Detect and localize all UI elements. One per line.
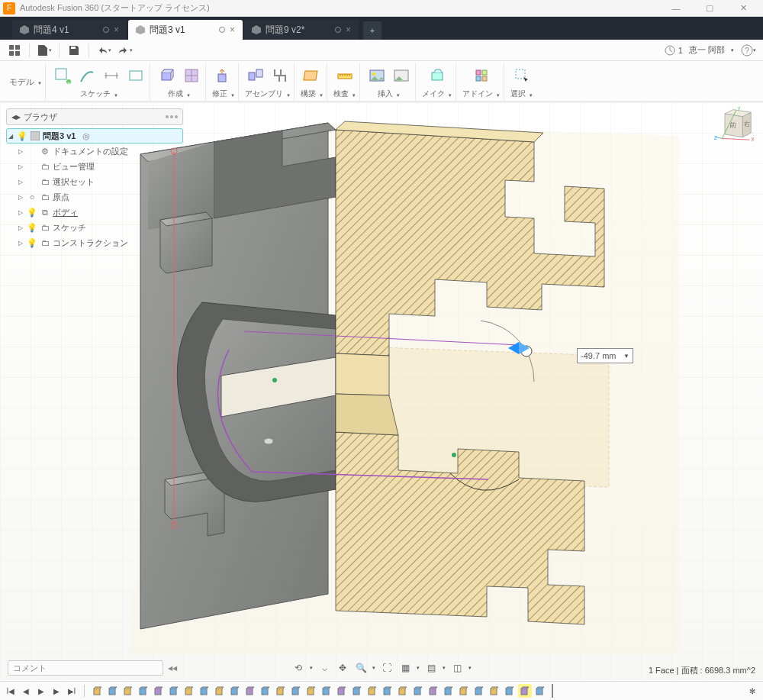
tab-close-button[interactable]: × — [346, 24, 351, 35]
timeline-feature[interactable] — [365, 684, 379, 698]
timeline-feature[interactable] — [472, 684, 486, 698]
inspect-group-label[interactable]: 検査 — [333, 89, 356, 99]
timeline-feature[interactable] — [533, 684, 547, 698]
timeline-end-button[interactable]: ▶I — [66, 685, 78, 697]
tab-close-button[interactable]: × — [114, 24, 119, 35]
help-button[interactable]: ?▾ — [740, 42, 757, 59]
timeline-feature[interactable] — [137, 684, 150, 698]
timeline-feature[interactable] — [152, 684, 166, 698]
line-button[interactable] — [76, 65, 98, 86]
lightbulb-icon[interactable]: 💡 — [17, 131, 27, 141]
tree-root[interactable]: ◢ 💡 問題3 v1 ◎ — [6, 128, 183, 144]
tree-item[interactable]: ▷🗀選択セット — [6, 174, 183, 189]
dimension-button[interactable] — [101, 65, 122, 86]
lightbulb-icon[interactable]: 💡 — [27, 207, 37, 218]
form-button[interactable] — [181, 65, 202, 86]
timeline-feature[interactable] — [304, 684, 318, 698]
addins-group-label[interactable]: アドイン — [462, 89, 501, 99]
timeline-feature[interactable] — [335, 684, 349, 698]
redo-button[interactable]: ▾ — [117, 42, 134, 59]
tree-item[interactable]: ▷○🗀原点 — [6, 189, 183, 205]
timeline-settings-button[interactable]: ✻ — [746, 685, 758, 697]
insert-group-label[interactable]: 挿入 — [378, 89, 401, 99]
construct-plane-button[interactable] — [301, 65, 323, 86]
expand-icon[interactable]: ◀◀ — [168, 665, 177, 672]
pan-button[interactable]: ✥ — [336, 661, 349, 675]
chevron-icon[interactable]: ▷ — [17, 208, 24, 216]
timeline-feature[interactable] — [213, 684, 227, 698]
lightbulb-icon[interactable]: 💡 — [27, 222, 37, 233]
timeline-feature[interactable] — [381, 684, 394, 698]
timeline-feature[interactable] — [106, 684, 120, 698]
new-component-button[interactable] — [245, 65, 266, 86]
timeline-feature[interactable] — [488, 684, 501, 698]
timeline-feature[interactable] — [182, 684, 196, 698]
timeline-start-button[interactable]: I◀ — [5, 685, 17, 697]
workspace-switcher[interactable]: モデル — [6, 63, 46, 101]
look-at-button[interactable]: ⌵ — [317, 661, 331, 675]
lightbulb-icon[interactable]: 💡 — [27, 237, 37, 248]
chevron-icon[interactable]: ▷ — [17, 163, 24, 170]
timeline-feature[interactable] — [289, 684, 303, 698]
make-group-label[interactable]: メイク — [422, 89, 452, 99]
orbit-button[interactable]: ⟲ — [291, 661, 305, 675]
select-group-label[interactable]: 選択 — [510, 89, 533, 99]
file-menu-button[interactable]: ▾ — [36, 42, 53, 59]
joint-button[interactable] — [269, 65, 291, 86]
modify-group-label[interactable]: 修正 — [212, 89, 235, 99]
insert-image-button[interactable] — [366, 65, 388, 86]
model-3d[interactable] — [130, 121, 679, 655]
measure-button[interactable] — [334, 65, 356, 86]
new-tab-button[interactable]: + — [363, 21, 382, 40]
timeline-play-button[interactable]: ▶ — [35, 685, 47, 697]
make-3dprint-button[interactable] — [427, 65, 448, 86]
press-pull-button[interactable] — [213, 65, 234, 86]
tree-item[interactable]: ▷🗀ビュー管理 — [6, 159, 183, 174]
timeline-feature[interactable] — [243, 684, 257, 698]
grid-button[interactable]: ▤ — [424, 661, 438, 675]
job-status[interactable]: 1 — [665, 45, 683, 56]
dropdown-icon[interactable]: ▼ — [623, 353, 629, 360]
display-button[interactable]: ▦ — [398, 661, 412, 675]
timeline-feature[interactable] — [396, 684, 410, 698]
rectangle-button[interactable] — [125, 65, 146, 86]
document-tab-1[interactable]: 問題3 v1 × — [128, 20, 243, 40]
document-tab-2[interactable]: 問題9 v2* × — [244, 20, 359, 40]
comment-input[interactable]: コメント — [8, 660, 163, 676]
user-name[interactable]: 恵一 阿部 — [689, 44, 725, 56]
sketch-group-label[interactable]: スケッチ — [80, 89, 118, 99]
create-group-label[interactable]: 作成 — [168, 89, 191, 99]
timeline-back-button[interactable]: ◀ — [20, 685, 32, 697]
timeline-feature[interactable] — [457, 684, 471, 698]
select-button[interactable] — [511, 65, 533, 86]
fit-button[interactable]: ⛶ — [380, 661, 394, 675]
insert-decal-button[interactable] — [391, 65, 412, 86]
data-panel-button[interactable] — [6, 42, 23, 59]
view-cube[interactable]: 前 右 Z X Y — [710, 107, 754, 148]
panel-options-icon[interactable] — [166, 115, 178, 118]
timeline-feature[interactable] — [121, 684, 135, 698]
dimension-input[interactable]: -49.7 mm ▼ — [577, 348, 633, 363]
timeline-feature[interactable] — [411, 684, 425, 698]
timeline-feature[interactable] — [228, 684, 242, 698]
browser-header[interactable]: ◀▶ ブラウザ — [6, 108, 183, 125]
timeline-feature[interactable] — [198, 684, 211, 698]
tree-item[interactable]: ▷💡🗀コンストラクション — [6, 235, 183, 250]
minimize-button[interactable]: — — [659, 0, 693, 17]
chevron-icon[interactable]: ▷ — [17, 224, 24, 231]
timeline-marker[interactable] — [552, 684, 553, 698]
viewports-button[interactable]: ◫ — [450, 661, 464, 675]
timeline-feature[interactable] — [442, 684, 456, 698]
timeline-feature[interactable] — [91, 684, 105, 698]
box-button[interactable] — [156, 65, 178, 86]
timeline-forward-button[interactable]: ▶ — [50, 685, 63, 697]
create-sketch-button[interactable]: + — [52, 65, 73, 86]
chevron-icon[interactable]: ▷ — [17, 193, 24, 201]
chevron-icon[interactable]: ▷ — [17, 239, 24, 247]
undo-button[interactable]: ▾ — [95, 42, 112, 59]
timeline-feature[interactable] — [167, 684, 181, 698]
document-tab-0[interactable]: 問題4 v1 × — [12, 20, 127, 40]
addins-button[interactable] — [471, 65, 492, 86]
timeline-feature[interactable] — [259, 684, 272, 698]
tree-item[interactable]: ▷💡⧉ボディ — [6, 205, 183, 220]
